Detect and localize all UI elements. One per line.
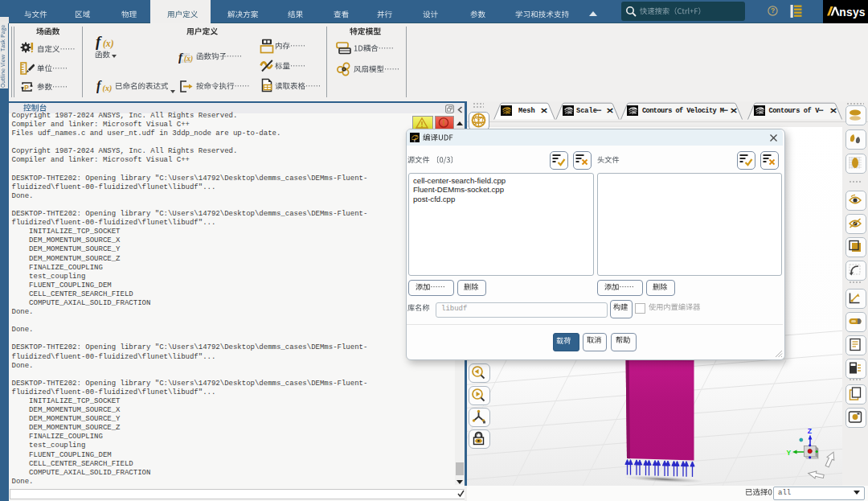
svg-text:nsys: nsys [839,6,866,18]
svg-text:f: f [96,33,102,50]
svg-text:f: f [96,79,102,93]
svg-text:Y: Y [787,449,792,457]
svg-text:Z: Z [808,427,812,435]
svg-text:(x): (x) [103,84,113,93]
svg-text:P: P [24,84,29,92]
svg-text:?: ? [771,6,775,14]
svg-text:(x): (x) [184,55,193,64]
svg-text:(x): (x) [103,39,114,49]
